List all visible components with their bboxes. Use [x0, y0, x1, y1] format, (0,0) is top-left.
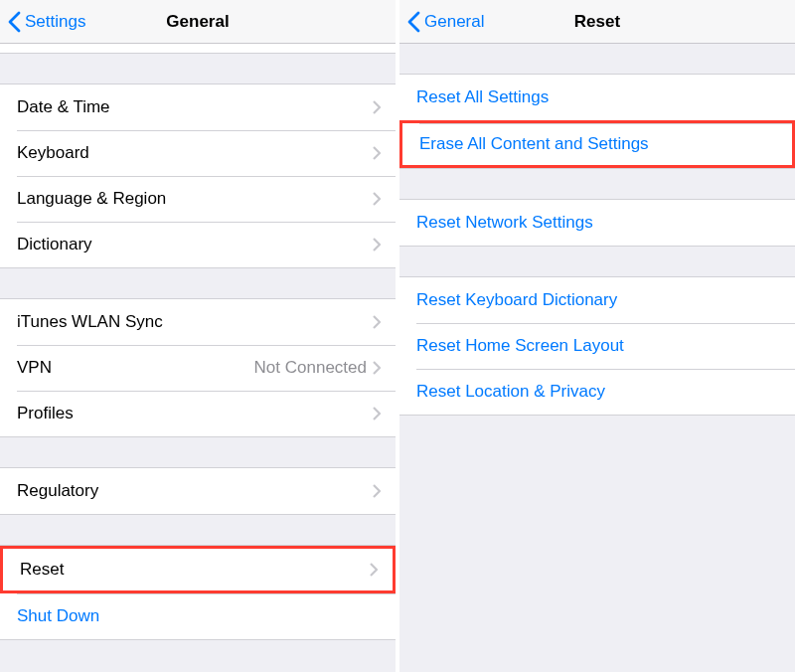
nav-title-general: General — [166, 12, 229, 32]
nav-back-label: General — [424, 12, 484, 32]
chevron-right-icon — [373, 192, 381, 206]
chevron-right-icon — [373, 146, 381, 160]
section-gap — [399, 169, 795, 199]
section-gap — [0, 437, 396, 467]
row-label: VPN — [17, 358, 52, 378]
row-profiles[interactable]: Profiles — [0, 391, 396, 436]
row-label: Erase All Content and Settings — [419, 134, 649, 154]
row-label: Reset Home Screen Layout — [416, 336, 624, 356]
prev-group-peek — [0, 44, 396, 54]
row-label: Keyboard — [17, 143, 89, 163]
chevron-left-icon — [407, 11, 420, 33]
section-gap — [0, 54, 396, 84]
group-reset-shutdown: Reset Shut Down — [0, 545, 396, 640]
nav-bar-general: Settings General — [0, 0, 396, 44]
chevron-right-icon — [373, 407, 381, 420]
row-reset-location-privacy[interactable]: Reset Location & Privacy — [399, 369, 795, 415]
row-reset-keyboard-dictionary[interactable]: Reset Keyboard Dictionary — [399, 277, 795, 323]
row-reset-network-settings[interactable]: Reset Network Settings — [399, 200, 795, 246]
row-dictionary[interactable]: Dictionary — [0, 222, 396, 267]
chevron-right-icon — [373, 100, 381, 114]
row-label: Date & Time — [17, 97, 110, 117]
row-label: Profiles — [17, 404, 74, 423]
group-reset-top: Reset All Settings Erase All Content and… — [399, 74, 795, 169]
row-label: Reset All Settings — [416, 87, 549, 107]
row-regulatory[interactable]: Regulatory — [0, 468, 396, 514]
section-gap — [0, 640, 396, 660]
chevron-right-icon — [370, 563, 378, 577]
row-reset[interactable]: Reset — [0, 546, 396, 593]
row-label: Reset Network Settings — [416, 213, 593, 233]
row-vpn[interactable]: VPN Not Connected — [0, 345, 396, 391]
row-date-time[interactable]: Date & Time — [0, 84, 396, 130]
group-localization: Date & Time Keyboard Language & Region D… — [0, 84, 396, 268]
group-reset-other: Reset Keyboard Dictionary Reset Home Scr… — [399, 276, 795, 416]
group-reset-network: Reset Network Settings — [399, 199, 795, 247]
section-gap — [0, 515, 396, 545]
row-label: Language & Region — [17, 189, 166, 209]
general-content: Date & Time Keyboard Language & Region D… — [0, 44, 396, 672]
nav-back-to-general[interactable]: General — [407, 11, 484, 33]
row-label: Shut Down — [17, 606, 99, 626]
nav-back-label: Settings — [25, 12, 85, 32]
section-gap — [399, 247, 795, 276]
row-label: Dictionary — [17, 235, 92, 254]
nav-back-to-settings[interactable]: Settings — [8, 11, 85, 33]
chevron-right-icon — [373, 315, 381, 329]
row-label: iTunes WLAN Sync — [17, 312, 163, 332]
row-detail-vpn-status: Not Connected — [254, 358, 367, 378]
reset-content: Reset All Settings Erase All Content and… — [399, 44, 795, 672]
row-reset-home-screen-layout[interactable]: Reset Home Screen Layout — [399, 323, 795, 369]
chevron-right-icon — [373, 238, 381, 252]
row-reset-all-settings[interactable]: Reset All Settings — [399, 75, 795, 120]
row-shut-down[interactable]: Shut Down — [0, 593, 396, 639]
nav-bar-reset: General Reset — [399, 0, 795, 44]
row-keyboard[interactable]: Keyboard — [0, 130, 396, 176]
row-language-region[interactable]: Language & Region — [0, 176, 396, 222]
reset-settings-panel: General Reset Reset All Settings Erase A… — [399, 0, 795, 672]
group-regulatory: Regulatory — [0, 467, 396, 515]
row-label: Regulatory — [17, 481, 98, 501]
row-erase-all-content[interactable]: Erase All Content and Settings — [399, 120, 795, 168]
chevron-right-icon — [373, 361, 381, 375]
general-settings-panel: Settings General Date & Time Keyboard La… — [0, 0, 399, 672]
row-itunes-wlan-sync[interactable]: iTunes WLAN Sync — [0, 299, 396, 345]
section-gap — [399, 44, 795, 74]
chevron-right-icon — [373, 484, 381, 498]
chevron-left-icon — [8, 11, 21, 33]
row-label: Reset — [20, 560, 64, 580]
row-label: Reset Location & Privacy — [416, 382, 605, 402]
nav-title-reset: Reset — [574, 12, 620, 32]
group-sync-vpn: iTunes WLAN Sync VPN Not Connected Profi… — [0, 298, 396, 437]
row-label: Reset Keyboard Dictionary — [416, 290, 617, 310]
section-gap — [0, 268, 396, 298]
